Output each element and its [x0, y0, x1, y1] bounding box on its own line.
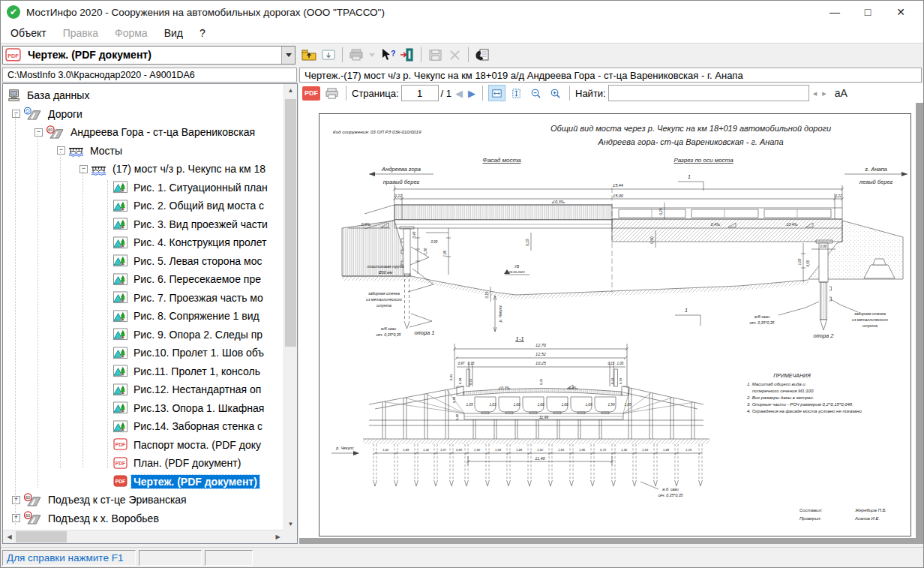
tree-item[interactable]: База данных [3, 86, 284, 105]
collapse-toggle-icon[interactable]: − [80, 165, 88, 173]
tree-item[interactable]: −Мосты [3, 142, 284, 161]
document-header: Чертеж.-(17) мост ч/з р. Чекупс на км 18… [299, 68, 922, 83]
tree-item[interactable]: PDFЧертеж. (PDF документ) [3, 473, 284, 491]
drawing-label: 15,44 [613, 183, 623, 188]
drawing-label: 1,59 [608, 403, 615, 407]
tree-item[interactable]: +60Подъезд к х. Воробьев [3, 509, 284, 528]
tree-item[interactable]: Рис. 6. Пересекаемое пре [3, 270, 284, 289]
pdf-print-button[interactable] [322, 85, 340, 101]
tree-item[interactable]: Рис. 1. Ситуационный план [3, 179, 284, 197]
folder-view-button[interactable] [320, 47, 338, 63]
open-folder-up-button[interactable] [300, 47, 318, 63]
tree-item[interactable]: Рис. 2. Общий вид моста с [3, 197, 284, 215]
tree-panel: База данных−Дороги−60Андреева Гора - ст-… [2, 83, 298, 544]
svg-text:60: 60 [26, 513, 30, 518]
tree-vertical-scrollbar[interactable]: ▲ ▼ [284, 84, 297, 530]
zoom-out-icon[interactable] [527, 85, 544, 101]
tree-item[interactable]: Рис.13. Опора 1. Шкафная [3, 399, 284, 418]
page-number-input[interactable] [401, 85, 439, 101]
previous-page-icon[interactable]: ◀ [454, 89, 464, 98]
tree-item-label: Рис. 3. Вид проезжей части [131, 218, 270, 231]
exit-door-button[interactable] [398, 47, 416, 63]
minimize-button[interactable]: — [818, 6, 851, 18]
tree-item[interactable]: Рис. 5. Левая сторона мос [3, 252, 284, 271]
expand-toggle-icon[interactable]: + [12, 496, 20, 504]
drawing-label: 1,48 [663, 448, 670, 452]
fit-page-button[interactable] [508, 85, 525, 101]
tree-item-label: Андреева Гора - ст-ца Варениковская [68, 125, 257, 139]
tree-item[interactable]: +60Подъезд к ст-це Эриванская [3, 491, 284, 509]
scroll-up-icon[interactable]: ▲ [284, 84, 297, 97]
menu-item[interactable]: Вид [156, 26, 191, 41]
maximize-button[interactable]: □ [851, 6, 884, 18]
expand-toggle-icon[interactable]: + [12, 514, 20, 522]
drawing-label: 1,86 [579, 448, 586, 452]
drawing-label: ж.б. сваи [662, 487, 679, 491]
tree-item-label: Чертеж. (PDF документ) [131, 475, 260, 488]
combo-dropdown-button[interactable] [281, 47, 295, 64]
img-icon [113, 218, 128, 230]
drawing-label: 1,49 [516, 448, 523, 452]
tree-item[interactable]: −60Андреева Гора - ст-ца Варениковская [3, 123, 284, 142]
tree-item[interactable]: Рис. 4. Конструкция пролет [3, 233, 284, 252]
save-button[interactable] [426, 47, 444, 63]
next-page-icon[interactable]: ▶ [466, 89, 477, 98]
find-previous-icon[interactable]: ◂ [812, 89, 819, 98]
collapse-toggle-icon[interactable]: − [12, 110, 20, 118]
zoom-in-icon[interactable] [547, 85, 564, 101]
drawing-label: 0,15 [468, 362, 475, 365]
tree-item[interactable]: Рис.12. Нестандартная оп [3, 380, 284, 399]
tree-horizontal-scrollbar[interactable]: ◀ ▶ [3, 530, 284, 543]
drawing-label: 1,53 [642, 448, 649, 452]
drawing-label: р. Чекупс [335, 446, 354, 450]
find-next-icon[interactable]: ▸ [820, 89, 828, 98]
fit-width-button[interactable] [488, 85, 506, 101]
scroll-right-icon[interactable]: ▶ [272, 530, 284, 543]
menu-item[interactable]: Объект [2, 26, 55, 41]
collapse-toggle-icon[interactable]: − [57, 146, 65, 155]
tree-item[interactable]: Рис. 9. Опора 2. Следы пр [3, 326, 284, 344]
tree-item[interactable]: Рис.11. Пролет 1, консоль [3, 362, 284, 381]
find-input[interactable] [608, 85, 809, 101]
drawing-label: 1 [685, 308, 688, 313]
drawing-label: 0,23 [610, 377, 614, 384]
drawing-label: 1,66 [514, 403, 520, 407]
svg-text:60: 60 [26, 495, 30, 500]
drawing-label: 0,93 [619, 377, 622, 384]
tree-item[interactable]: Рис. 7. Проезжая часть мо [3, 289, 284, 308]
scroll-thumb[interactable] [16, 531, 67, 542]
drawing-label: пластиковая труба [368, 264, 404, 269]
tree-item[interactable]: −(17) мост ч/з р. Чекупс на км 18 [3, 160, 284, 179]
collapse-toggle-icon[interactable]: − [34, 128, 43, 137]
tree-item[interactable]: Рис.10. Пролет 1. Шов объ [3, 344, 284, 362]
pdf-s-icon: PDF [113, 475, 128, 488]
phone-directory-button[interactable] [473, 47, 491, 63]
tree-item[interactable]: Рис.14. Заборная стенка с [3, 417, 284, 436]
menu-item[interactable]: ? [191, 26, 214, 41]
scroll-thumb[interactable] [285, 99, 296, 347]
drawing-label: 1,05 [625, 403, 632, 407]
scroll-down-icon[interactable]: ▼ [284, 518, 297, 530]
tree-item[interactable]: Рис. 8. Сопряжение 1 вид [3, 307, 284, 326]
tree-item[interactable]: Рис. 3. Вид проезжей части [3, 215, 284, 234]
document-combo[interactable]: PDF Чертеж. (PDF документ) [2, 46, 296, 65]
tree-item[interactable]: −Дороги [3, 105, 284, 124]
img-icon [113, 383, 128, 396]
delete-button[interactable] [446, 47, 464, 63]
pdf-viewer-panel: PDF Страница: / 1 ◀ ▶ Найти: ◂ ▸ aA [299, 83, 923, 544]
print-button[interactable] [347, 47, 365, 63]
tree-item-label: Дороги [46, 107, 85, 121]
tree-item[interactable]: PDFПлан. (PDF документ) [3, 454, 284, 473]
print-dropdown-icon[interactable] [367, 47, 377, 63]
drawing-label: 0,70 [600, 448, 607, 452]
drawing-label: 1,32 [423, 448, 430, 452]
tree-item[interactable]: PDFПаспорт моста. (PDF доку [3, 436, 284, 455]
close-button[interactable]: ✕ [884, 6, 917, 18]
scroll-left-icon[interactable]: ◀ [3, 530, 16, 543]
tree-item-label: Подъезд к х. Воробьев [46, 512, 161, 525]
match-case-icon[interactable]: aA [830, 87, 848, 99]
pdf-o-icon: PDF [113, 457, 128, 470]
context-help-button[interactable]: ? [379, 47, 397, 63]
tree-item-label: Рис. 1. Ситуационный план [131, 181, 270, 194]
drawing-label: из металлического [852, 317, 888, 322]
